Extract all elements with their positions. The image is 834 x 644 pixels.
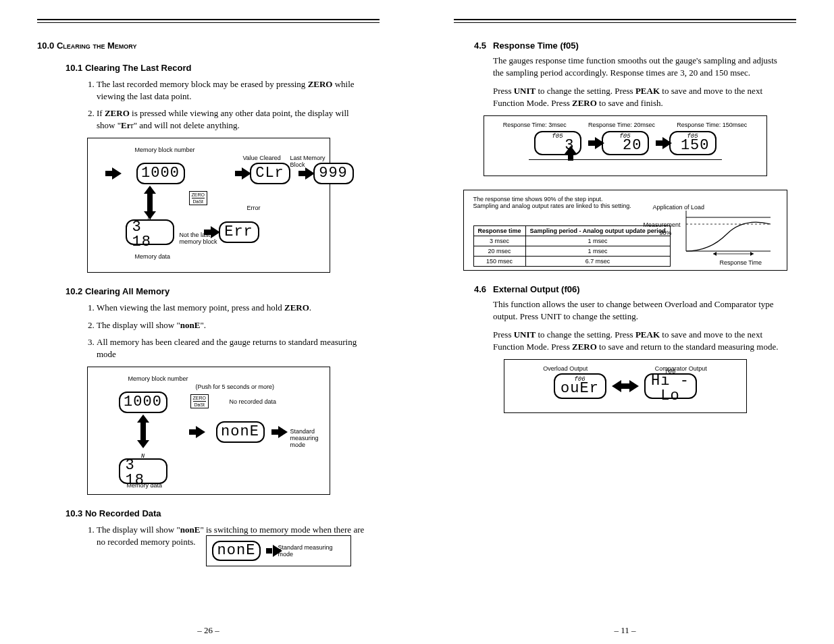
label-rt-20: Response Time: 20msec: [588, 122, 655, 128]
label-memory-block-number: Memory block number: [135, 146, 195, 153]
list-item: All memory has been cleared and the gaug…: [97, 336, 366, 360]
note: The response time shows 90% of the step …: [473, 196, 642, 209]
label-rt-3: Response Time: 3msec: [503, 122, 567, 128]
arrow-right-icon: [298, 171, 305, 176]
lcd-999: 999: [313, 163, 354, 184]
zero-button-graphic: ZERODaSt: [189, 191, 207, 205]
lcd-err: Err: [219, 221, 259, 243]
arrow-right-icon: [588, 140, 595, 146]
arrow-right-icon: [656, 140, 662, 146]
label-overload-output: Overload Output: [543, 365, 588, 372]
svg-marker-5: [713, 252, 716, 256]
response-curve-plot: Measurement 90% Response Time: [676, 204, 777, 251]
lcd-f05-150: f05 150: [669, 131, 716, 155]
arrow-updown-icon: [140, 423, 146, 440]
table-row: 150 msec6.7 msec: [473, 257, 670, 267]
paragraph: Press UNIT to change the setting. Press …: [493, 329, 783, 352]
table-row: 20 msec1 msec: [473, 246, 670, 257]
rule: [454, 19, 796, 23]
label-rt-150: Response Time: 150msec: [677, 122, 747, 128]
paragraph: Press UNIT to change the setting. Press …: [493, 85, 783, 109]
list-10-2: When viewing the last memory point, pres…: [78, 302, 366, 360]
arrow-right-icon: [235, 171, 242, 176]
arrow-up-icon: [568, 154, 573, 161]
label-not-last-memory-block: Not the last memory block: [180, 232, 217, 245]
heading-10-1: 10.1 Clearing The Last Record: [66, 63, 380, 73]
paragraph: The gauges response time function smooth…: [493, 55, 783, 78]
lcd-f06-over: f06 ouEr: [554, 373, 606, 399]
page-number: – 11 –: [417, 625, 833, 636]
arrow-leftright-icon: [621, 383, 629, 389]
arrow-right-icon: [271, 429, 278, 435]
col-header: Response time: [473, 226, 525, 236]
lcd-318: N 3 18: [126, 219, 174, 245]
list-item: The display will show "nonE".: [97, 319, 366, 331]
label-comparator-output: Comparator Output: [655, 365, 707, 372]
label-value-cleared: Value Cleared: [243, 155, 281, 161]
lcd-clr: CLr: [250, 163, 290, 184]
label-90pct: 90%: [660, 230, 672, 236]
response-time-table: Response timeSampling period - Analog ou…: [473, 225, 671, 267]
arrow-right-icon: [105, 171, 112, 176]
heading-4-5: 4.5Response Time (f05): [474, 41, 796, 51]
label-standard-measuring-mode: Standard measuring mode: [290, 428, 330, 448]
page-right: 4.5Response Time (f05) The gauges respon…: [417, 0, 833, 644]
label-memory-data: Memory data: [127, 482, 163, 489]
lcd-none: nonE: [212, 541, 261, 561]
svg-marker-6: [750, 252, 754, 256]
arrow-updown-icon: [147, 194, 153, 211]
lcd-none: nonE: [216, 421, 265, 443]
label-error: Error: [247, 205, 261, 211]
figure-4-5-table: The response time shows 90% of the step …: [463, 190, 787, 271]
list-item: The last recorded memory block may be er…: [97, 78, 366, 102]
list-10-1: The last recorded memory block may be er…: [78, 78, 366, 131]
heading-10-3: 10.3 No Recorded Data: [66, 508, 380, 518]
zero-button-graphic: ZERODaSt: [190, 394, 209, 408]
lcd-318: N 3 18: [119, 458, 167, 484]
figure-4-5: Response Time: 3msec Response Time: 20ms…: [484, 115, 767, 176]
label-response-time: Response Time: [720, 259, 762, 266]
heading-10-2: 10.2 Clearing All Memory: [66, 286, 380, 296]
page-number: – 26 –: [0, 625, 417, 636]
label-memory-block-number: Memory block number: [128, 375, 188, 382]
lcd-f06-hilo: f06 Hı -Lo: [644, 373, 697, 399]
arrow-right-icon: [189, 429, 196, 435]
label-measurement: Measurement: [644, 221, 681, 228]
label-memory-data: Memory data: [135, 253, 171, 260]
label-standard-measuring-mode: Standard measuring mode: [278, 544, 345, 558]
figure-10-1: Memory block number Value Cleared Last M…: [87, 138, 330, 273]
lcd-1000: 1000: [136, 163, 185, 184]
page-left: 10.0 Clearing the Memory 10.1 Clearing T…: [0, 0, 417, 644]
paragraph: This function allows the user to change …: [493, 298, 783, 322]
label-push-5sec: (Push for 5 seconds or more): [196, 383, 275, 390]
arrow-right-icon: [266, 548, 272, 554]
lcd-f05-20: f05 20: [602, 131, 649, 155]
figure-4-6: Overload Output Comparator Output f06 ou…: [504, 359, 747, 413]
figure-10-3: nonE Standard measuring mode: [206, 535, 351, 566]
heading-10: 10.0 Clearing the Memory: [37, 41, 380, 51]
lcd-1000: 1000: [119, 392, 167, 413]
table-row: 3 msec1 msec: [473, 236, 670, 246]
heading-4-6: 4.6External Output (f06): [474, 284, 796, 294]
rule: [37, 19, 380, 23]
list-item: When viewing the last memory point, pres…: [97, 302, 366, 314]
list-item: If ZERO is pressed while viewing any oth…: [97, 107, 366, 131]
label-no-recorded-data: No recorded data: [230, 398, 277, 405]
figure-10-2: Memory block number (Push for 5 seconds …: [87, 367, 330, 495]
